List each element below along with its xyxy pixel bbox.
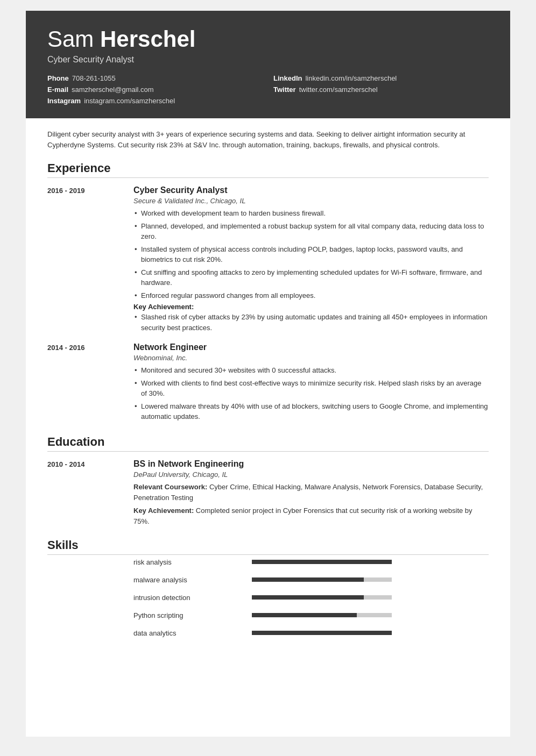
- exp-0-bullet-1: Planned, developed, and implemented a ro…: [133, 221, 489, 242]
- exp-0-achievement-label: Key Achievement:: [133, 303, 489, 311]
- contact-phone: Phone 708-261-1055: [47, 74, 263, 82]
- exp-0-dates: 2016 - 2019: [47, 186, 123, 335]
- education-title: Education: [47, 435, 489, 452]
- edu-0-company: DePaul University, Chicago, IL: [133, 470, 489, 479]
- skill-row-2: intrusion detection: [47, 594, 489, 602]
- contact-instagram: Instagram instagram.com/samzherschel: [47, 97, 263, 105]
- email-label: E-mail: [47, 85, 68, 94]
- edu-achievement-label: Key Achievement:: [133, 507, 194, 515]
- exp-0-title: Cyber Security Analyst: [133, 186, 489, 195]
- skill-row-4: data analytics: [47, 629, 489, 637]
- skill-4-fill: [252, 631, 392, 635]
- skill-0-bar: [252, 560, 392, 564]
- coursework-label: Relevant Coursework:: [133, 483, 207, 491]
- experience-title: Experience: [47, 161, 489, 178]
- education-entry-0: 2010 - 2014 BS in Network Engineering De…: [47, 459, 489, 527]
- exp-0-company: Secure & Validated Inc., Chicago, IL: [133, 197, 489, 205]
- exp-0-bullet-4: Enforced regular password changes from a…: [133, 290, 489, 301]
- exp-0-achievement-bullets: Slashed risk of cyber attacks by 23% by …: [133, 312, 489, 333]
- first-name: Sam: [47, 26, 94, 52]
- edu-0-title: BS in Network Engineering: [133, 459, 489, 469]
- skill-2-fill: [252, 595, 364, 600]
- exp-1-bullet-2: Lowered malware threats by 40% with use …: [133, 401, 489, 422]
- skill-1-bar: [252, 577, 392, 582]
- skill-0-label: risk analysis: [133, 558, 241, 566]
- twitter-label: Twitter: [273, 85, 296, 94]
- last-name: Herschel: [100, 26, 195, 52]
- education-section: Education 2010 - 2014 BS in Network Engi…: [47, 435, 489, 527]
- exp-0-bullet-2: Installed system of physical access cont…: [133, 244, 489, 265]
- exp-0-bullets: Worked with development team to harden b…: [133, 208, 489, 301]
- skill-4-label: data analytics: [133, 629, 241, 637]
- linkedin-label: LinkedIn: [273, 74, 302, 82]
- exp-0-bullet-0: Worked with development team to harden b…: [133, 208, 489, 219]
- resume-container: Sam Herschel Cyber Security Analyst Phon…: [26, 11, 510, 737]
- skill-2-bar: [252, 595, 392, 600]
- edu-0-content: BS in Network Engineering DePaul Univers…: [133, 459, 489, 527]
- experience-entry-1: 2014 - 2016 Network Engineer Webnominal,…: [47, 343, 489, 424]
- exp-0-achievement: Slashed risk of cyber attacks by 23% by …: [133, 312, 489, 333]
- skills-title: Skills: [47, 538, 489, 555]
- job-title: Cyber Security Analyst: [47, 55, 489, 65]
- skill-3-bar: [252, 613, 392, 617]
- skill-row-0: risk analysis: [47, 558, 489, 566]
- skill-3-fill: [252, 613, 357, 617]
- exp-1-content: Network Engineer Webnominal, Inc. Monito…: [133, 343, 489, 424]
- email-value: samzherschel@gmail.com: [72, 85, 154, 94]
- experience-section: Experience 2016 - 2019 Cyber Security An…: [47, 161, 489, 424]
- instagram-label: Instagram: [47, 97, 81, 105]
- skill-row-1: malware analysis: [47, 576, 489, 584]
- skill-1-fill: [252, 577, 364, 582]
- experience-entry-0: 2016 - 2019 Cyber Security Analyst Secur…: [47, 186, 489, 335]
- skill-0-fill: [252, 560, 392, 564]
- header-section: Sam Herschel Cyber Security Analyst Phon…: [26, 11, 510, 118]
- skill-1-label: malware analysis: [133, 576, 241, 584]
- skill-4-bar: [252, 631, 392, 635]
- edu-0-achievement: Key Achievement: Completed senior projec…: [133, 505, 489, 527]
- summary-text: Diligent cyber security analyst with 3+ …: [47, 129, 489, 151]
- name-heading: Sam Herschel: [47, 27, 489, 52]
- edu-0-dates: 2010 - 2014: [47, 459, 123, 527]
- exp-1-bullets: Monitored and secured 30+ websites with …: [133, 365, 489, 422]
- twitter-value: twitter.com/samzherschel: [299, 85, 378, 94]
- skill-2-label: intrusion detection: [133, 594, 241, 602]
- linkedin-value: linkedin.com/in/samzherschel: [305, 74, 397, 82]
- exp-1-dates: 2014 - 2016: [47, 343, 123, 424]
- phone-label: Phone: [47, 74, 69, 82]
- phone-value: 708-261-1055: [72, 74, 116, 82]
- exp-0-content: Cyber Security Analyst Secure & Validate…: [133, 186, 489, 335]
- contact-grid: Phone 708-261-1055 LinkedIn linkedin.com…: [47, 74, 489, 105]
- contact-linkedin: LinkedIn linkedin.com/in/samzherschel: [273, 74, 489, 82]
- contact-email: E-mail samzherschel@gmail.com: [47, 85, 263, 94]
- exp-1-company: Webnominal, Inc.: [133, 354, 489, 362]
- contact-twitter: Twitter twitter.com/samzherschel: [273, 85, 489, 94]
- skill-row-3: Python scripting: [47, 611, 489, 619]
- edu-0-coursework: Relevant Coursework: Cyber Crime, Ethica…: [133, 482, 489, 503]
- exp-1-title: Network Engineer: [133, 343, 489, 352]
- body-section: Diligent cyber security analyst with 3+ …: [26, 118, 510, 664]
- instagram-value: instagram.com/samzherschel: [84, 97, 175, 105]
- exp-0-bullet-3: Cut sniffing and spoofing attacks to zer…: [133, 267, 489, 288]
- exp-1-bullet-1: Worked with clients to find best cost-ef…: [133, 378, 489, 399]
- skill-3-label: Python scripting: [133, 611, 241, 619]
- skills-section: Skills risk analysis malware analysis in…: [47, 538, 489, 637]
- exp-1-bullet-0: Monitored and secured 30+ websites with …: [133, 365, 489, 376]
